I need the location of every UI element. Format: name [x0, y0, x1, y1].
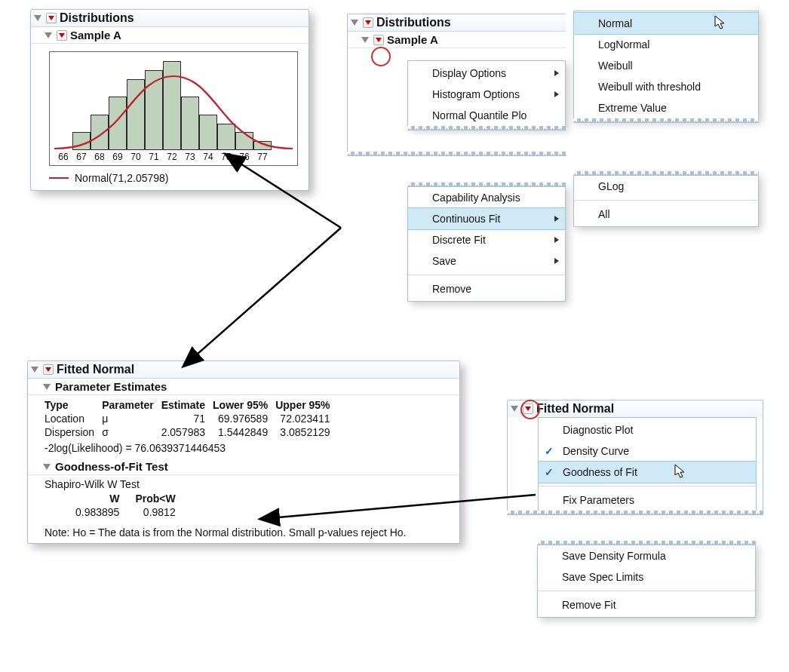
svg-line-0: [226, 155, 341, 228]
annotation-arrows: [0, 0, 789, 672]
svg-line-2: [261, 495, 536, 519]
svg-line-1: [184, 228, 341, 366]
